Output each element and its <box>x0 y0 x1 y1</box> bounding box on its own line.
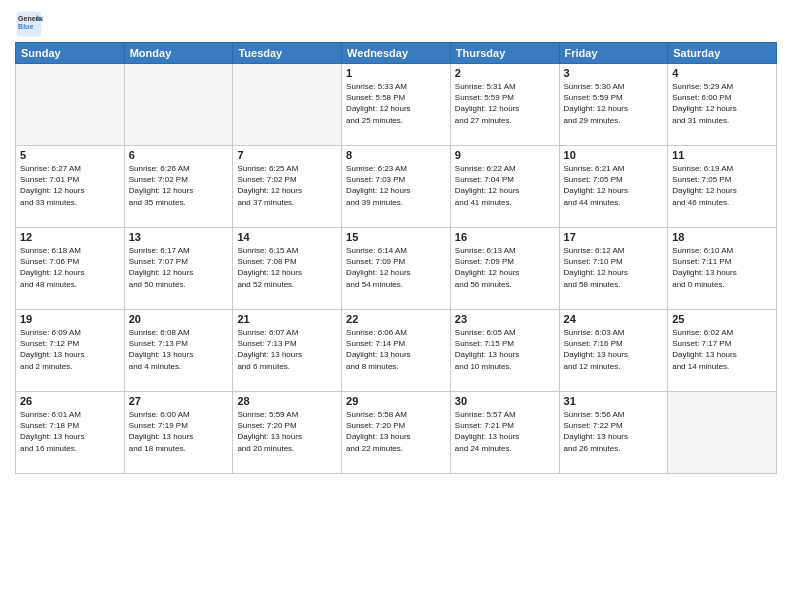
calendar-cell: 17Sunrise: 6:12 AMSunset: 7:10 PMDayligh… <box>559 228 668 310</box>
calendar-cell: 18Sunrise: 6:10 AMSunset: 7:11 PMDayligh… <box>668 228 777 310</box>
calendar-cell: 21Sunrise: 6:07 AMSunset: 7:13 PMDayligh… <box>233 310 342 392</box>
calendar-cell: 12Sunrise: 6:18 AMSunset: 7:06 PMDayligh… <box>16 228 125 310</box>
calendar-header-tuesday: Tuesday <box>233 43 342 64</box>
calendar-cell: 26Sunrise: 6:01 AMSunset: 7:18 PMDayligh… <box>16 392 125 474</box>
logo: General Blue <box>15 10 47 38</box>
day-number: 27 <box>129 395 229 407</box>
calendar-cell: 5Sunrise: 6:27 AMSunset: 7:01 PMDaylight… <box>16 146 125 228</box>
cell-content: Sunrise: 6:15 AMSunset: 7:08 PMDaylight:… <box>237 245 337 290</box>
day-number: 31 <box>564 395 664 407</box>
day-number: 14 <box>237 231 337 243</box>
day-number: 7 <box>237 149 337 161</box>
cell-content: Sunrise: 6:01 AMSunset: 7:18 PMDaylight:… <box>20 409 120 454</box>
calendar-cell: 31Sunrise: 5:56 AMSunset: 7:22 PMDayligh… <box>559 392 668 474</box>
day-number: 15 <box>346 231 446 243</box>
day-number: 28 <box>237 395 337 407</box>
calendar-cell: 22Sunrise: 6:06 AMSunset: 7:14 PMDayligh… <box>342 310 451 392</box>
day-number: 16 <box>455 231 555 243</box>
cell-content: Sunrise: 5:59 AMSunset: 7:20 PMDaylight:… <box>237 409 337 454</box>
day-number: 24 <box>564 313 664 325</box>
logo-icon: General Blue <box>15 10 43 38</box>
header: General Blue <box>15 10 777 38</box>
day-number: 8 <box>346 149 446 161</box>
calendar-cell: 25Sunrise: 6:02 AMSunset: 7:17 PMDayligh… <box>668 310 777 392</box>
cell-content: Sunrise: 6:02 AMSunset: 7:17 PMDaylight:… <box>672 327 772 372</box>
calendar-cell: 7Sunrise: 6:25 AMSunset: 7:02 PMDaylight… <box>233 146 342 228</box>
page-container: General Blue SundayMondayTuesdayWednesda… <box>0 0 792 612</box>
cell-content: Sunrise: 6:08 AMSunset: 7:13 PMDaylight:… <box>129 327 229 372</box>
cell-content: Sunrise: 6:06 AMSunset: 7:14 PMDaylight:… <box>346 327 446 372</box>
calendar-cell: 16Sunrise: 6:13 AMSunset: 7:09 PMDayligh… <box>450 228 559 310</box>
cell-content: Sunrise: 6:25 AMSunset: 7:02 PMDaylight:… <box>237 163 337 208</box>
day-number: 23 <box>455 313 555 325</box>
cell-content: Sunrise: 6:19 AMSunset: 7:05 PMDaylight:… <box>672 163 772 208</box>
calendar-header-sunday: Sunday <box>16 43 125 64</box>
calendar-cell: 15Sunrise: 6:14 AMSunset: 7:09 PMDayligh… <box>342 228 451 310</box>
day-number: 26 <box>20 395 120 407</box>
cell-content: Sunrise: 5:58 AMSunset: 7:20 PMDaylight:… <box>346 409 446 454</box>
day-number: 19 <box>20 313 120 325</box>
calendar-cell: 19Sunrise: 6:09 AMSunset: 7:12 PMDayligh… <box>16 310 125 392</box>
calendar-cell: 24Sunrise: 6:03 AMSunset: 7:16 PMDayligh… <box>559 310 668 392</box>
cell-content: Sunrise: 5:57 AMSunset: 7:21 PMDaylight:… <box>455 409 555 454</box>
calendar-cell: 10Sunrise: 6:21 AMSunset: 7:05 PMDayligh… <box>559 146 668 228</box>
cell-content: Sunrise: 6:17 AMSunset: 7:07 PMDaylight:… <box>129 245 229 290</box>
calendar-header-wednesday: Wednesday <box>342 43 451 64</box>
calendar-week-5: 26Sunrise: 6:01 AMSunset: 7:18 PMDayligh… <box>16 392 777 474</box>
day-number: 5 <box>20 149 120 161</box>
cell-content: Sunrise: 6:27 AMSunset: 7:01 PMDaylight:… <box>20 163 120 208</box>
calendar-cell: 9Sunrise: 6:22 AMSunset: 7:04 PMDaylight… <box>450 146 559 228</box>
calendar-week-4: 19Sunrise: 6:09 AMSunset: 7:12 PMDayligh… <box>16 310 777 392</box>
cell-content: Sunrise: 6:05 AMSunset: 7:15 PMDaylight:… <box>455 327 555 372</box>
calendar-header-thursday: Thursday <box>450 43 559 64</box>
calendar-cell: 27Sunrise: 6:00 AMSunset: 7:19 PMDayligh… <box>124 392 233 474</box>
calendar-header-monday: Monday <box>124 43 233 64</box>
day-number: 21 <box>237 313 337 325</box>
calendar-week-3: 12Sunrise: 6:18 AMSunset: 7:06 PMDayligh… <box>16 228 777 310</box>
calendar-cell <box>16 64 125 146</box>
cell-content: Sunrise: 6:07 AMSunset: 7:13 PMDaylight:… <box>237 327 337 372</box>
calendar-cell: 20Sunrise: 6:08 AMSunset: 7:13 PMDayligh… <box>124 310 233 392</box>
day-number: 12 <box>20 231 120 243</box>
calendar-header-row: SundayMondayTuesdayWednesdayThursdayFrid… <box>16 43 777 64</box>
day-number: 30 <box>455 395 555 407</box>
cell-content: Sunrise: 6:14 AMSunset: 7:09 PMDaylight:… <box>346 245 446 290</box>
calendar-cell <box>233 64 342 146</box>
calendar-cell: 3Sunrise: 5:30 AMSunset: 5:59 PMDaylight… <box>559 64 668 146</box>
cell-content: Sunrise: 6:21 AMSunset: 7:05 PMDaylight:… <box>564 163 664 208</box>
calendar-header-saturday: Saturday <box>668 43 777 64</box>
calendar-cell: 11Sunrise: 6:19 AMSunset: 7:05 PMDayligh… <box>668 146 777 228</box>
cell-content: Sunrise: 6:00 AMSunset: 7:19 PMDaylight:… <box>129 409 229 454</box>
day-number: 11 <box>672 149 772 161</box>
calendar-week-1: 1Sunrise: 5:33 AMSunset: 5:58 PMDaylight… <box>16 64 777 146</box>
cell-content: Sunrise: 6:13 AMSunset: 7:09 PMDaylight:… <box>455 245 555 290</box>
cell-content: Sunrise: 5:33 AMSunset: 5:58 PMDaylight:… <box>346 81 446 126</box>
cell-content: Sunrise: 6:09 AMSunset: 7:12 PMDaylight:… <box>20 327 120 372</box>
calendar-cell: 6Sunrise: 6:26 AMSunset: 7:02 PMDaylight… <box>124 146 233 228</box>
day-number: 2 <box>455 67 555 79</box>
calendar-cell: 23Sunrise: 6:05 AMSunset: 7:15 PMDayligh… <box>450 310 559 392</box>
day-number: 22 <box>346 313 446 325</box>
cell-content: Sunrise: 6:26 AMSunset: 7:02 PMDaylight:… <box>129 163 229 208</box>
day-number: 10 <box>564 149 664 161</box>
day-number: 9 <box>455 149 555 161</box>
cell-content: Sunrise: 6:23 AMSunset: 7:03 PMDaylight:… <box>346 163 446 208</box>
calendar-cell: 8Sunrise: 6:23 AMSunset: 7:03 PMDaylight… <box>342 146 451 228</box>
day-number: 1 <box>346 67 446 79</box>
calendar-cell <box>124 64 233 146</box>
calendar-cell: 14Sunrise: 6:15 AMSunset: 7:08 PMDayligh… <box>233 228 342 310</box>
calendar-cell: 2Sunrise: 5:31 AMSunset: 5:59 PMDaylight… <box>450 64 559 146</box>
day-number: 20 <box>129 313 229 325</box>
cell-content: Sunrise: 6:10 AMSunset: 7:11 PMDaylight:… <box>672 245 772 290</box>
calendar-cell: 29Sunrise: 5:58 AMSunset: 7:20 PMDayligh… <box>342 392 451 474</box>
calendar-cell: 28Sunrise: 5:59 AMSunset: 7:20 PMDayligh… <box>233 392 342 474</box>
day-number: 29 <box>346 395 446 407</box>
day-number: 13 <box>129 231 229 243</box>
day-number: 3 <box>564 67 664 79</box>
calendar-cell: 4Sunrise: 5:29 AMSunset: 6:00 PMDaylight… <box>668 64 777 146</box>
day-number: 18 <box>672 231 772 243</box>
cell-content: Sunrise: 6:18 AMSunset: 7:06 PMDaylight:… <box>20 245 120 290</box>
calendar-week-2: 5Sunrise: 6:27 AMSunset: 7:01 PMDaylight… <box>16 146 777 228</box>
cell-content: Sunrise: 6:22 AMSunset: 7:04 PMDaylight:… <box>455 163 555 208</box>
calendar-table: SundayMondayTuesdayWednesdayThursdayFrid… <box>15 42 777 474</box>
